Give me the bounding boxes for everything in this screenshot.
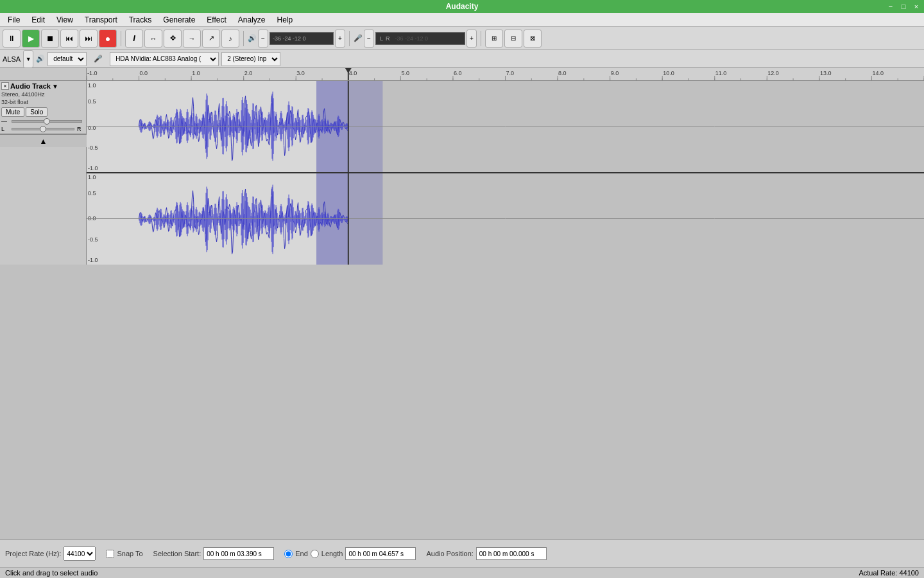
track-bit-depth: 32-bit float: [1, 99, 85, 107]
menu-file[interactable]: File: [3, 14, 25, 26]
draw-tool[interactable]: ✥: [164, 30, 182, 48]
menu-transport[interactable]: Transport: [80, 14, 123, 26]
track-dropdown-arrow[interactable]: ▼: [52, 83, 58, 90]
statusbar-bottom: Click and drag to select audio Actual Ra…: [0, 567, 924, 578]
stop-button[interactable]: ■: [41, 30, 59, 48]
waveform-canvas: [87, 81, 924, 265]
project-rate-group: Project Rate (Hz): 44100: [5, 547, 96, 561]
extra-tool-2[interactable]: ⊟: [504, 30, 522, 48]
pan-r-label: R: [77, 126, 85, 132]
pan-l-label: L: [1, 126, 9, 132]
menu-edit[interactable]: Edit: [26, 14, 50, 26]
input-icon: 🎤: [354, 34, 363, 42]
output-gain-up[interactable]: +: [335, 30, 345, 48]
track-sample-rate: Stereo, 44100Hz: [1, 91, 85, 99]
end-radio[interactable]: [284, 550, 293, 558]
pan-row: L R: [1, 126, 85, 132]
selection-start-group: Selection Start:: [153, 547, 275, 560]
pan-slider[interactable]: [12, 128, 74, 130]
timeshift-tool[interactable]: ↗: [202, 30, 220, 48]
input-gain-up[interactable]: +: [466, 30, 477, 48]
menu-help[interactable]: Help: [272, 14, 298, 26]
menu-effect[interactable]: Effect: [201, 14, 231, 26]
audio-position-group: Audio Position:: [426, 547, 546, 560]
close-button[interactable]: ×: [911, 3, 921, 10]
ruler-canvas: [87, 68, 924, 81]
app-title: Audacity: [446, 2, 479, 11]
sep2: [243, 31, 244, 46]
main-area: × Audio Track ▼ Stereo, 44100Hz 32-bit f…: [0, 81, 924, 265]
length-label: Length: [321, 550, 343, 557]
mic-icon: 🎤: [89, 50, 107, 68]
track-label-ruler: [0, 68, 87, 81]
project-rate-select[interactable]: 44100: [64, 547, 96, 561]
statusbar-top: Project Rate (Hz): 44100 Snap To Selecti…: [0, 540, 924, 567]
sep3: [349, 31, 350, 46]
extra-tool-1[interactable]: ⊞: [485, 30, 503, 48]
ruler: [87, 68, 924, 81]
record-button[interactable]: ●: [99, 30, 117, 48]
input-gain-down[interactable]: −: [364, 30, 374, 48]
audio-position-input[interactable]: [476, 547, 547, 560]
multi-tool[interactable]: ♪: [221, 30, 239, 48]
output-icon: 🔊: [248, 34, 257, 42]
channels-select[interactable]: 2 (Stereo) Inp: [221, 52, 280, 66]
input-vu-meter: L R -36 -24 -12 0: [375, 32, 465, 45]
end-label: End: [295, 550, 308, 557]
track-collapse-button[interactable]: ▲: [0, 134, 87, 147]
toolbar-row1: ⏸ ▶ ■ ⏮ ⏭ ● I ↔ ✥ → ↗ ♪ 🔊 − -36 -24 -12 …: [0, 27, 924, 50]
play-button[interactable]: ▶: [22, 30, 40, 48]
speaker-icon: 🔊: [36, 55, 45, 63]
sep4: [481, 31, 481, 46]
menu-analyze[interactable]: Analyze: [233, 14, 271, 26]
length-radio[interactable]: [311, 550, 319, 558]
gain-icon: —: [1, 118, 9, 125]
mute-button[interactable]: Mute: [1, 107, 24, 117]
track-name: Audio Track: [10, 82, 51, 90]
gain-slider[interactable]: [12, 120, 82, 123]
host-dropdown[interactable]: ▼: [23, 50, 33, 68]
selection-start-label: Selection Start:: [153, 550, 201, 557]
sep1: [121, 31, 121, 46]
pan-thumb[interactable]: [40, 126, 46, 132]
track-header: × Audio Track ▼ Stereo, 44100Hz 32-bit f…: [0, 81, 86, 134]
statusbar: Project Rate (Hz): 44100 Snap To Selecti…: [0, 539, 924, 578]
envelope-tool[interactable]: ↔: [144, 30, 162, 48]
playback-device-select[interactable]: default: [47, 52, 87, 66]
selection-end-input[interactable]: [345, 547, 416, 560]
end-length-group: End Length: [284, 547, 416, 560]
waveform-area[interactable]: [87, 81, 924, 265]
gain-thumb[interactable]: [44, 118, 50, 125]
window-controls: − □ ×: [886, 3, 921, 10]
snap-to-label: Snap To: [117, 550, 142, 557]
skip-end-button[interactable]: ⏭: [80, 30, 98, 48]
project-rate-label: Project Rate (Hz):: [5, 550, 61, 557]
menu-tracks[interactable]: Tracks: [124, 14, 157, 26]
host-label: ALSA: [3, 55, 21, 63]
pause-button[interactable]: ⏸: [3, 30, 21, 48]
track-close-button[interactable]: ×: [1, 82, 9, 90]
minimize-button[interactable]: −: [886, 3, 896, 10]
output-gain-down[interactable]: −: [258, 30, 268, 48]
gain-row: —: [1, 118, 85, 125]
timeline-ruler: [0, 68, 924, 81]
device-toolbar: ALSA ▼ 🔊 default 🎤 HDA NVidia: ALC883 An…: [0, 50, 924, 68]
track-mute-solo: Mute Solo: [1, 107, 85, 117]
status-text: Click and drag to select audio: [5, 569, 98, 577]
recording-device-select[interactable]: HDA NVidia: ALC883 Analog (: [110, 52, 219, 66]
skip-start-button[interactable]: ⏮: [60, 30, 78, 48]
track-info: Stereo, 44100Hz 32-bit float: [1, 91, 85, 106]
maximize-button[interactable]: □: [898, 3, 909, 10]
solo-button[interactable]: Solo: [26, 107, 47, 117]
select-tool[interactable]: I: [125, 30, 143, 48]
track-panel: × Audio Track ▼ Stereo, 44100Hz 32-bit f…: [0, 81, 87, 265]
selection-start-input[interactable]: [203, 547, 274, 560]
zoom-tool[interactable]: →: [183, 30, 201, 48]
titlebar: Audacity − □ ×: [0, 0, 924, 13]
menubar: File Edit View Transport Tracks Generate…: [0, 13, 924, 27]
menu-generate[interactable]: Generate: [158, 14, 200, 26]
extra-tool-3[interactable]: ⊠: [524, 30, 542, 48]
menu-view[interactable]: View: [51, 14, 78, 26]
snap-to-checkbox[interactable]: [106, 550, 114, 558]
output-vu-meter: -36 -24 -12 0: [270, 32, 334, 45]
